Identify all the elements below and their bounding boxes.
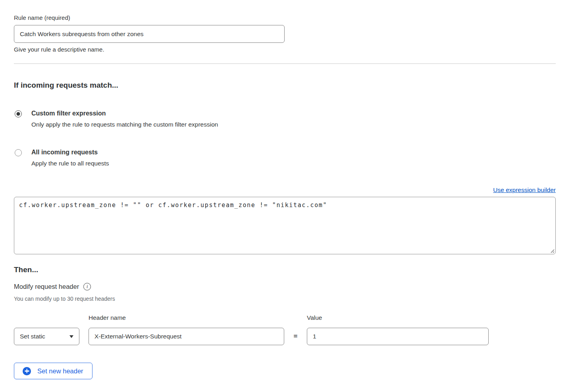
radio-custom-filter-label: Custom filter expression xyxy=(31,110,218,117)
header-edit-row: Set static Header name = Value xyxy=(14,314,556,345)
equals-sign: = xyxy=(284,332,307,340)
info-icon[interactable]: i xyxy=(83,283,91,290)
filter-expression-textarea[interactable]: cf.worker.upstream_zone != "" or cf.work… xyxy=(14,197,556,254)
set-new-header-label: Set new header xyxy=(37,367,83,375)
expression-editor-wrap: cf.worker.upstream_zone != "" or cf.work… xyxy=(14,197,556,254)
radio-option-custom-filter[interactable]: Custom filter expression Only apply the … xyxy=(14,110,556,129)
modify-request-header-rule-form: Rule name (required) Give your rule a de… xyxy=(0,0,574,392)
header-limit-help: You can modify up to 30 request headers xyxy=(14,295,556,302)
header-name-label: Header name xyxy=(89,314,284,322)
operation-select[interactable]: Set static xyxy=(14,328,79,345)
header-name-input[interactable] xyxy=(89,328,284,345)
use-expression-builder-link[interactable]: Use expression builder xyxy=(493,186,556,193)
radio-custom-filter-description: Only apply the rule to requests matching… xyxy=(31,121,218,129)
radio-all-requests-description: Apply the rule to all requests xyxy=(31,159,109,167)
radio-all-requests-label: All incoming requests xyxy=(31,148,109,156)
header-value-input[interactable] xyxy=(307,328,489,345)
rule-name-label: Rule name (required) xyxy=(14,14,556,22)
radio-option-all-requests[interactable]: All incoming requests Apply the rule to … xyxy=(14,148,556,167)
expression-builder-row: Use expression builder xyxy=(14,186,556,194)
value-label: Value xyxy=(307,314,489,322)
form-content: Rule name (required) Give your rule a de… xyxy=(14,14,556,379)
rule-name-input[interactable] xyxy=(14,25,285,43)
modify-request-header-label: Modify request header xyxy=(14,282,79,291)
plus-icon xyxy=(23,367,31,375)
value-column: Value xyxy=(307,314,489,345)
resize-handle-icon[interactable] xyxy=(549,248,555,253)
header-name-column: Header name xyxy=(89,314,284,345)
radio-custom-filter-icon[interactable] xyxy=(15,110,22,117)
section-divider xyxy=(14,63,556,64)
rule-name-help: Give your rule a descriptive name. xyxy=(14,46,556,54)
operation-column: Set static xyxy=(14,328,79,345)
operation-selected-value: Set static xyxy=(20,333,45,340)
radio-all-requests-icon[interactable] xyxy=(15,149,22,156)
radio-all-requests-text: All incoming requests Apply the rule to … xyxy=(31,148,109,167)
set-new-header-button[interactable]: Set new header xyxy=(14,363,92,379)
chevron-down-icon xyxy=(69,335,73,338)
radio-custom-filter-text: Custom filter expression Only apply the … xyxy=(31,110,218,129)
match-section-heading: If incoming requests match... xyxy=(14,81,556,90)
then-section-heading: Then... xyxy=(14,265,556,274)
action-row: Modify request header i xyxy=(14,282,556,291)
